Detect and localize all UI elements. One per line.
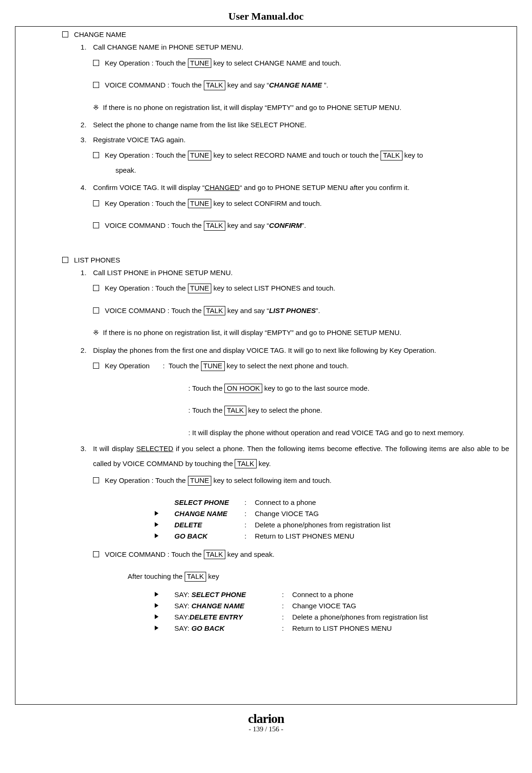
text: ”. — [324, 81, 328, 89]
tune-key: TUNE — [188, 476, 212, 486]
menu-desc: Delete a phone/phones from registration … — [255, 519, 390, 531]
after-line: After touching the TALK key — [128, 570, 509, 583]
step-text: Display the phones from the first one an… — [93, 346, 436, 354]
step: Registrate VOICE TAG again. Key Operatio… — [88, 134, 509, 176]
note: ※ If there is no phone on registration l… — [93, 102, 509, 114]
checkbox-icon — [93, 307, 99, 314]
wrap-line: speak. — [115, 164, 509, 176]
triangle-bullet-icon — [155, 603, 158, 608]
say-table: SAY: SELECT PHONE:Connect to a phoneSAY:… — [155, 589, 509, 634]
text: key and say “ — [225, 306, 269, 314]
colon: : — [180, 427, 192, 439]
step: Call LIST PHONE in PHONE SETUP MENU. Key… — [88, 267, 509, 339]
tune-key: TUNE — [188, 151, 212, 160]
list-phones-steps: Call LIST PHONE in PHONE SETUP MENU. Key… — [62, 267, 509, 634]
say-desc: Return to LIST PHONES MENU — [292, 623, 392, 634]
menu-command: DELETE — [174, 519, 244, 531]
sub-item: Key Operation : Touch the TUNE key to se… — [93, 149, 509, 161]
doc-title: User Manual.doc — [15, 10, 517, 22]
bullet-cell — [155, 623, 174, 634]
tune-key: TUNE — [188, 199, 212, 209]
text: key and say “ — [225, 81, 269, 89]
tune-key: TUNE — [201, 361, 225, 371]
checkbox-icon — [93, 200, 99, 206]
menu-command: SELECT PHONE — [174, 497, 244, 508]
say-row: SAY:DELETE ENTRY:Delete a phone/phones f… — [155, 612, 509, 623]
triangle-bullet-icon — [155, 614, 158, 619]
text: key and say “ — [225, 221, 269, 229]
text: Touch the TALK key to select the phone. — [192, 404, 509, 416]
text: VOICE COMMAND : Touch the — [105, 221, 203, 229]
section-title: CHANGE NAME — [74, 30, 126, 38]
talk-key: TALK — [204, 550, 225, 560]
colon: : — [180, 404, 192, 416]
talk-key: TALK — [235, 459, 256, 469]
talk-key: TALK — [204, 306, 225, 316]
text: “ and go to PHONE SETUP MENU after you c… — [240, 183, 410, 191]
say-desc: Delete a phone/phones from registration … — [292, 612, 428, 623]
bullet-cell — [155, 531, 174, 542]
checkbox-icon — [93, 222, 99, 228]
colon: : — [244, 497, 255, 508]
step-text: It will display SELECTED if you select a… — [93, 441, 509, 471]
step: Call CHANGE NAME in PHONE SETUP MENU. Ke… — [88, 41, 509, 113]
checkbox-icon — [93, 477, 99, 483]
sub-item: Key Operation : Touch the TUNE key to se… — [93, 474, 509, 487]
menu-row: SELECT PHONE:Connect to a phone — [155, 497, 509, 508]
menu-row: DELETE:Delete a phone/phones from regist… — [155, 519, 509, 531]
bullet-cell — [155, 519, 174, 531]
checkbox-icon — [62, 257, 68, 263]
text: key to select LIST PHONES and touch. — [211, 284, 335, 292]
text: Key Operation : Touch the — [105, 59, 187, 67]
bullet-cell — [155, 508, 174, 519]
colon: : — [282, 612, 292, 623]
text: Key Operation : Touch the — [105, 151, 187, 159]
section-change-name: CHANGE NAME — [62, 30, 509, 38]
menu-row: GO BACK:Return to LIST PHONES MENU — [155, 531, 509, 542]
text: key to select following item and touch. — [211, 476, 331, 484]
text: Key Operation : Touch the — [105, 476, 187, 484]
talk-key: TALK — [204, 80, 225, 90]
menu-table: SELECT PHONE:Connect to a phoneCHANGE NA… — [155, 497, 509, 542]
sub-item: VOICE COMMAND : Touch the TALK key and s… — [93, 219, 509, 232]
text: Key Operation : Touch the — [105, 199, 187, 207]
checkbox-icon — [93, 152, 99, 158]
tune-key: TUNE — [188, 284, 212, 293]
menu-command: GO BACK — [174, 531, 244, 542]
say-command: SAY: CHANGE NAME — [174, 600, 282, 612]
triangle-bullet-icon — [155, 522, 158, 527]
colon: : — [244, 508, 255, 519]
text: Key Operation : Touch the — [105, 284, 187, 292]
say-command: SAY:DELETE ENTRY — [174, 612, 282, 623]
sub-item: Key Operation : Touch the TUNE key to se… — [93, 282, 509, 294]
step: Select the phone to change name from the… — [88, 119, 509, 131]
menu-row: CHANGE NAME:Change VIOCE TAG — [155, 508, 509, 519]
text: Touch the — [169, 362, 201, 370]
text: VOICE COMMAND : Touch the — [105, 550, 203, 558]
triangle-bullet-icon — [155, 533, 158, 538]
tune-key: TUNE — [188, 58, 212, 68]
voice-command: CHANGE NAME — [269, 81, 324, 89]
text: ”. — [302, 221, 306, 229]
page-content: CHANGE NAME Call CHANGE NAME in PHONE SE… — [58, 27, 517, 634]
colon: : — [180, 382, 192, 394]
voice-command: CONFIRM — [269, 221, 302, 229]
change-name-steps: Call CHANGE NAME in PHONE SETUP MENU. Ke… — [62, 41, 509, 232]
sub-item: VOICE COMMAND : Touch the TALK key and s… — [93, 548, 509, 561]
say-command: SAY: GO BACK — [174, 623, 282, 634]
step: Display the phones from the first one an… — [88, 344, 509, 439]
talk-key: TALK — [185, 572, 206, 582]
menu-desc: Change VIOCE TAG — [255, 508, 319, 519]
page-frame: CHANGE NAME Call CHANGE NAME in PHONE SE… — [15, 26, 517, 705]
step: It will display SELECTED if you select a… — [88, 441, 509, 634]
label: Key Operation — [105, 360, 161, 372]
colon: : — [282, 589, 292, 600]
note-mark-icon: ※ — [93, 103, 103, 111]
bullet-cell — [155, 612, 174, 623]
text: Touch the ON HOOK key to go to the last … — [192, 382, 509, 394]
say-desc: Change VIOCE TAG — [292, 600, 356, 612]
triangle-bullet-icon — [155, 511, 158, 516]
text: key and speak. — [225, 550, 274, 558]
checkbox-icon — [93, 363, 99, 369]
section-list-phones: LIST PHONES — [62, 256, 509, 264]
